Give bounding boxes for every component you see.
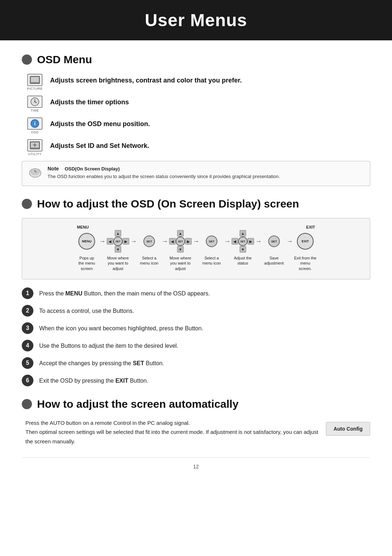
step-text-2: To access a control, use the Buttons. — [39, 305, 134, 315]
utility-icon — [27, 139, 42, 152]
picture-label: PICTURE — [27, 87, 42, 90]
set-button-3[interactable]: SET — [268, 235, 280, 247]
svg-rect-2 — [34, 82, 36, 83]
diag-label-4: Select amenu icon — [200, 255, 223, 266]
step-text-5: Accept the changes by pressing the SET B… — [39, 357, 164, 368]
osd-item-3: UTILITY Adjusts Set ID and Set Network. — [25, 139, 370, 156]
osd-item-1: TIME Adjusts the timer options — [25, 96, 370, 112]
diag-label-7: Exit from themenu screen. — [294, 255, 317, 271]
set-button-2[interactable]: SET — [206, 235, 217, 247]
auto-adjust-header: How to adjust the screen automatically — [22, 398, 370, 410]
osd-icon-wrap-1: TIME — [25, 96, 44, 112]
osd-icon-wrap-3: UTILITY — [25, 139, 44, 156]
dpad-right-3[interactable]: ▶ — [248, 238, 254, 245]
dpad-3: ▲ ▼ ◀ ▶ SET — [232, 230, 254, 253]
step-3: 3 When the icon you want becomes highlig… — [22, 322, 370, 334]
step-4: 4 Use the Buttons to adjust the item to … — [22, 340, 370, 351]
picture-icon — [27, 74, 42, 86]
osd-label: OSD — [31, 130, 38, 134]
title-bar: User Menus — [0, 0, 392, 40]
osd-item-text-1: Adjusts the timer options — [50, 96, 129, 107]
svg-rect-1 — [31, 77, 39, 82]
diag-label-6: Saveadjustment — [263, 255, 285, 266]
step-6: 6 Exit the OSD by pressing the EXIT Butt… — [22, 375, 370, 386]
step-num-4: 4 — [22, 340, 33, 351]
diag-label-0: Pops upthe menuscreen — [75, 255, 98, 271]
arrow-7: → — [285, 238, 294, 245]
osd-menu-section: OSD Menu PICTURE Adjusts screen brightne… — [22, 53, 370, 186]
diag-label-3: Move whereyou want toadjust — [169, 255, 192, 271]
dpad-left-1[interactable]: ◀ — [107, 238, 113, 245]
step-5: 5 Accept the changes by pressing the SET… — [22, 357, 370, 369]
osd-diagram: MENU EXIT MENU — [22, 218, 370, 279]
step-num-6: 6 — [22, 375, 33, 386]
section-dot-2 — [22, 199, 32, 209]
dpad-left-2[interactable]: ◀ — [169, 238, 176, 245]
dpad-up-2[interactable]: ▲ — [177, 230, 184, 237]
svg-text:✎: ✎ — [34, 169, 37, 174]
arrow-3: → — [160, 238, 169, 245]
auto-content: Press the AUTO button on a remote Contro… — [25, 418, 370, 446]
step-num-1: 1 — [22, 287, 33, 299]
menu-button[interactable]: MENU — [78, 233, 95, 250]
dpad-down-1[interactable]: ▼ — [115, 246, 121, 253]
page-number: 12 — [22, 458, 370, 470]
note-icon: ✎ — [28, 166, 42, 181]
arrow-4: → — [192, 238, 200, 245]
dpad-up-3[interactable]: ▲ — [240, 230, 246, 237]
dpad-1: ▲ ▼ ◀ ▶ SET — [107, 230, 129, 253]
section-dot — [22, 55, 32, 65]
dpad-2: ▲ ▼ ◀ ▶ SET — [169, 230, 192, 253]
dpad-left-3[interactable]: ◀ — [232, 238, 238, 245]
osd-item-text-3: Adjusts Set ID and Set Network. — [50, 139, 149, 150]
auto-config-box: Auto Config — [326, 422, 370, 436]
dpad-up-1[interactable]: ▲ — [115, 230, 121, 237]
set-button-1[interactable]: SET — [143, 235, 155, 247]
time-label: TIME — [30, 109, 39, 112]
arrow-2: → — [129, 238, 138, 245]
page-container: User Menus OSD Menu PICTURE Adjusts scre… — [0, 0, 392, 556]
step-num-2: 2 — [22, 305, 33, 317]
arrow-6: → — [254, 238, 263, 245]
step-text-4: Use the Buttons to adjust the item to th… — [39, 340, 178, 350]
diag-label-1: Move whereyou want toadjust — [107, 255, 129, 271]
utility-label: UTILITY — [28, 152, 41, 156]
osd-icon: i — [27, 117, 42, 130]
note-title: OSD(On Screen Display) — [65, 166, 120, 172]
note-label: Note — [48, 166, 59, 172]
step-2: 2 To access a control, use the Buttons. — [22, 305, 370, 317]
step-text-3: When the icon you want becomes highlight… — [39, 322, 203, 333]
arrow-1: → — [98, 238, 107, 245]
osd-item-text-0: Adjusts screen brightness, contrast and … — [50, 74, 242, 85]
time-icon — [27, 96, 42, 108]
dpad-center-3[interactable]: SET — [238, 237, 248, 246]
dpad-right-2[interactable]: ▶ — [185, 238, 192, 245]
osd-item-text-2: Adjusts the OSD menu position. — [50, 117, 150, 129]
osd-item-2: i OSD Adjusts the OSD menu position. — [25, 117, 370, 134]
exit-button[interactable]: EXIT — [297, 233, 314, 250]
dpad-down-2[interactable]: ▼ — [177, 246, 184, 253]
step-num-3: 3 — [22, 322, 33, 334]
exit-top-label: EXIT — [294, 225, 317, 229]
auto-text: Press the AUTO button on a remote Contro… — [25, 418, 319, 446]
dpad-center-2[interactable]: SET — [176, 237, 185, 246]
step-text-1: Press the MENU Button, then the main men… — [39, 287, 210, 298]
note-content: Note OSD(On Screen Display) The OSD func… — [48, 166, 280, 180]
auto-adjust-section: How to adjust the screen automatically P… — [22, 398, 370, 446]
section-dot-3 — [22, 399, 32, 409]
diag-label-5: Adjust the status — [232, 255, 254, 266]
dpad-down-3[interactable]: ▼ — [240, 246, 246, 253]
arrow-5: → — [223, 238, 232, 245]
step-1: 1 Press the MENU Button, then the main m… — [22, 287, 370, 299]
note-text: The OSD function enables you to adjust t… — [48, 173, 280, 180]
osd-adjust-title: How to adjust the OSD (On Screen Display… — [37, 198, 299, 210]
svg-text:i: i — [34, 121, 36, 126]
page-title: User Menus — [22, 10, 370, 30]
dpad-center-1[interactable]: SET — [113, 237, 123, 246]
osd-menu-title: OSD Menu — [37, 53, 92, 66]
osd-icon-wrap-0: PICTURE — [25, 74, 44, 90]
menu-top-label: MENU — [75, 225, 98, 229]
dpad-right-1[interactable]: ▶ — [123, 238, 129, 245]
osd-adjust-header: How to adjust the OSD (On Screen Display… — [22, 198, 370, 210]
osd-adjust-section: How to adjust the OSD (On Screen Display… — [22, 198, 370, 386]
